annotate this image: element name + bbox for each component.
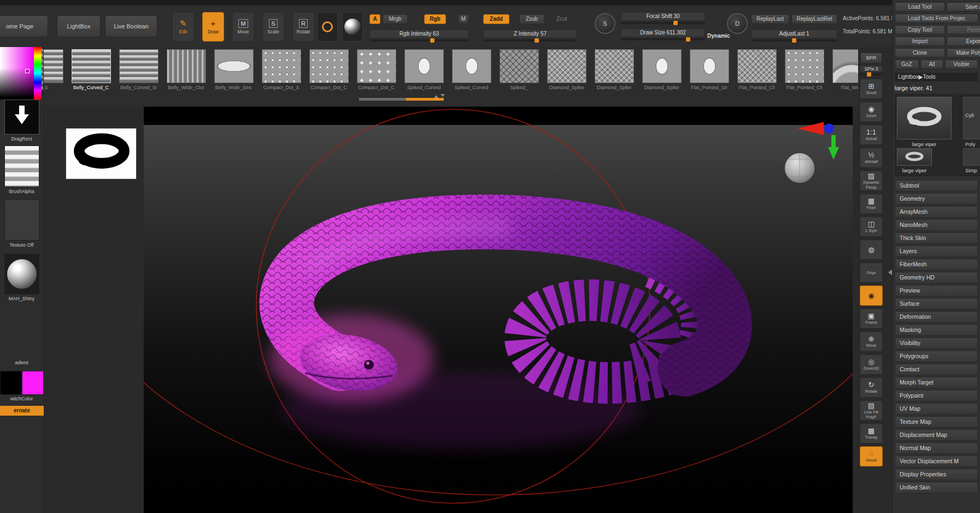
brush-alpha-item[interactable]: Compact_Dot_C — [305, 47, 353, 90]
tool-subpalette-row[interactable]: Layers — [895, 246, 978, 257]
recent-tool-thumbnail[interactable] — [897, 148, 932, 166]
zcut-label[interactable]: Zcut — [556, 16, 567, 22]
zadd-button[interactable]: Zadd — [483, 14, 509, 24]
brush-alpha-item[interactable]: Spiked_Curved — [448, 47, 495, 90]
scroll-down-icon[interactable] — [441, 94, 445, 99]
dots-dial-button[interactable]: D — [727, 13, 748, 34]
brush-alpha-thumbnail[interactable] — [44, 49, 63, 83]
adjust-last-track[interactable] — [751, 39, 837, 42]
focal-shift-handle[interactable] — [673, 21, 678, 25]
brush-alpha-thumbnail[interactable] — [214, 49, 254, 83]
right-shelf-button[interactable]: ▦ Floor — [860, 194, 883, 214]
brush-alpha-thumbnail[interactable] — [262, 49, 301, 83]
rgb-intensity-track[interactable] — [369, 39, 469, 42]
brush-alpha-thumbnail[interactable] — [309, 49, 349, 83]
brush-alpha-item[interactable]: Compact_Dot_S — [257, 47, 305, 90]
strip-scrollbar-track[interactable] — [359, 98, 406, 101]
right-shelf-button[interactable]: Gxyz — [860, 263, 883, 283]
texture-slot-button[interactable] — [4, 199, 39, 241]
z-intensity-slider[interactable]: Z Intensity 57 — [483, 30, 577, 42]
brush-alpha-thumbnail[interactable] — [595, 49, 634, 83]
stroke-type-button[interactable] — [4, 100, 39, 135]
brush-alpha-button[interactable] — [4, 145, 39, 187]
stroke-dial-button[interactable]: S — [595, 13, 615, 34]
color-picker[interactable] — [0, 47, 44, 100]
material-slot-button[interactable] — [4, 254, 39, 294]
brush-alpha-item[interactable]: Diamond_Spike — [638, 47, 685, 90]
live-boolean-button[interactable]: Live Boolean — [105, 15, 157, 37]
tool-subpalette-row[interactable]: Deformation — [895, 311, 978, 323]
mode-a-button[interactable]: A — [369, 14, 380, 24]
paste-tool-button[interactable]: Paste — [947, 25, 980, 34]
tool-subpalette-row[interactable]: Morph Target — [895, 377, 978, 388]
tool-subpalette-row[interactable]: Masking — [895, 324, 978, 336]
tool-subpalette-row[interactable]: Polygroups — [895, 351, 978, 362]
focal-shift-track[interactable] — [621, 22, 705, 24]
saturation-value-square[interactable] — [0, 47, 34, 100]
right-shelf-button[interactable]: ↻ Rotate — [860, 377, 883, 398]
brush-alpha-thumbnail[interactable] — [72, 49, 111, 83]
brush-alpha-thumbnail[interactable] — [500, 49, 539, 83]
secondary-color-swatch[interactable] — [0, 371, 22, 395]
rotate-button[interactable]: R Rotate — [292, 12, 314, 42]
bpr-button[interactable]: BPR — [860, 53, 882, 63]
tool-subpalette-row[interactable]: Thick Skin — [895, 232, 978, 244]
selected-tool-thumbnail[interactable] — [897, 97, 952, 139]
tool-subpalette-row[interactable]: Vector Displacement M — [895, 456, 978, 467]
tool-subpalette-row[interactable]: Displacement Map — [895, 429, 978, 441]
right-shelf-button[interactable]: ½ AAHalf — [860, 148, 883, 168]
make-polymesh-button[interactable]: Make PolyMes — [947, 48, 980, 57]
lightbox-tools-bar[interactable]: Lightbox▶Tools — [895, 73, 978, 81]
brush-alpha-item[interactable]: Flat_Pointed_Cli — [781, 47, 828, 90]
brush-alpha-item[interactable]: Diamond_Spike — [543, 47, 590, 90]
brush-alpha-thumbnail[interactable] — [690, 49, 729, 83]
tool-subpalette-row[interactable]: Normal Map — [895, 442, 978, 454]
brush-alpha-thumbnail[interactable] — [642, 49, 682, 83]
brush-alpha-thumbnail[interactable] — [357, 49, 396, 83]
focal-shift-slider[interactable]: Focal Shift 30 — [621, 12, 705, 24]
draw-button[interactable]: + Draw — [202, 12, 224, 42]
brush-alpha-thumbnail[interactable] — [167, 49, 206, 83]
spix-track[interactable] — [860, 73, 883, 75]
brush-alpha-item[interactable]: Flat_Wide — [828, 47, 858, 90]
tool-subpalette-row[interactable]: FiberMesh — [895, 259, 978, 270]
right-shelf-button[interactable]: ⊞ Scroll — [860, 79, 883, 99]
right-shelf-button[interactable]: ◎ Zoom3D — [860, 354, 883, 375]
mrgb-button[interactable]: Mrgb — [383, 14, 408, 24]
right-shelf-button[interactable]: ▨ Dynamic Persp — [860, 171, 883, 191]
replay-last-button[interactable]: ReplayLast — [751, 14, 789, 24]
brush-alpha-thumbnail[interactable] — [785, 49, 824, 83]
edit-button[interactable]: ✎ Edit — [172, 12, 194, 42]
adjust-last-handle[interactable] — [792, 38, 796, 43]
home-page-button[interactable]: ome Page — [0, 15, 48, 37]
tool-subpalette-row[interactable]: Subtool — [895, 180, 978, 191]
tool-subpalette-row[interactable]: Geometry — [895, 193, 978, 205]
all-button[interactable]: All — [920, 60, 943, 69]
spix-handle[interactable] — [867, 72, 871, 77]
brush-alpha-item[interactable]: Spiked_Curved — [400, 47, 448, 90]
right-shelf-button[interactable]: ▩ Transp — [860, 423, 883, 444]
rgb-intensity-handle[interactable] — [430, 38, 435, 43]
replay-last-rel-button[interactable]: ReplayLastRel — [791, 14, 837, 24]
brush-alpha-thumbnail[interactable] — [832, 49, 859, 83]
adjust-last-slider[interactable]: AdjustLast 1 — [751, 30, 837, 42]
load-tools-from-project-button[interactable]: Load Tools From Projec — [895, 14, 978, 23]
lightbox-button[interactable]: LightBox — [57, 15, 101, 37]
tool-subpalette-row[interactable]: Visibility — [895, 337, 978, 349]
viewport-canvas[interactable] — [144, 107, 853, 513]
right-shelf-button[interactable]: 1:1 Actual — [860, 125, 883, 145]
brush-alpha-thumbnail[interactable] — [404, 49, 444, 83]
brush-alpha-item[interactable]: Belly_Wide_Clur — [162, 47, 210, 90]
right-shelf-button[interactable]: ◌ Ghost — [860, 446, 883, 467]
tool-thumbnail-partial[interactable] — [963, 97, 980, 139]
brush-alpha-item[interactable]: Belly_Wide_Sinc — [210, 47, 257, 90]
right-shelf-button[interactable]: ◫ L.Sym — [860, 217, 883, 237]
z-intensity-handle[interactable] — [535, 38, 539, 43]
tool-subpalette-row[interactable]: Unified Skin — [895, 482, 978, 493]
brush-alpha-item[interactable]: Flat_Pointed_Sir — [685, 47, 733, 90]
move-button[interactable]: M Move — [232, 12, 254, 42]
axis-x-arrow[interactable] — [797, 122, 824, 135]
panel-collapse-arrow-icon[interactable] — [885, 269, 893, 276]
right-shelf-button[interactable]: ▤ Line Fill PolyF — [860, 400, 883, 421]
right-shelf-button[interactable]: ◉ — [860, 285, 883, 306]
